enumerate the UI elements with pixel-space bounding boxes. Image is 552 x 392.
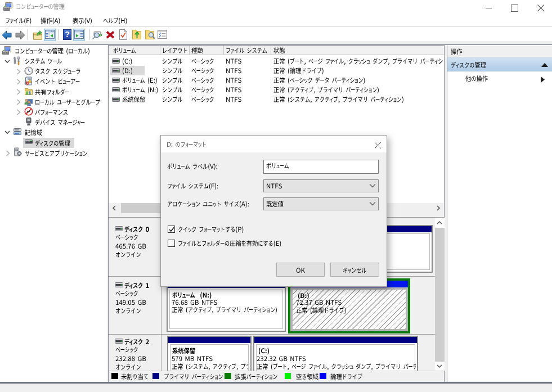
svg-text:?: ? — [65, 30, 70, 39]
